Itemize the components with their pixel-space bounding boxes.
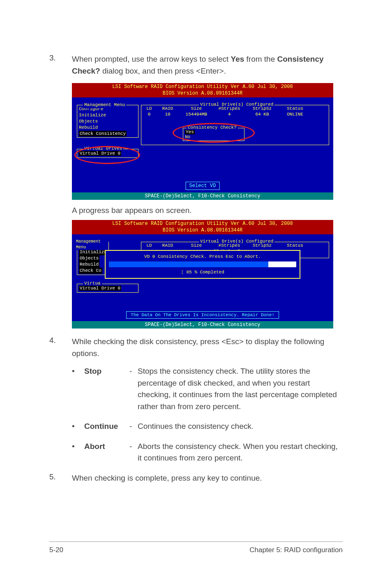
step-text: While checking the disk consistency, pre… (72, 336, 343, 359)
vd-title: Virtua (83, 281, 102, 286)
vd-item-0[interactable]: Virtual Drive 0 (79, 286, 121, 291)
virtual-drives-box: Virtua Virtual Drive 0 (77, 284, 138, 293)
menu-title: Management Menu (75, 239, 108, 250)
option-continue: • Continue - Continues the consistency c… (72, 421, 343, 433)
bios-header: LSI Software RAID Configuration Utility … (72, 220, 333, 234)
step-5: 5. When checking is complete, press any … (49, 472, 343, 484)
select-vd-label: Select VD (186, 182, 220, 190)
page-number: 5-20 (49, 546, 63, 554)
menu-rebuild[interactable]: Rebuild (79, 125, 136, 131)
consistency-check-dialog: Consistency Check? Yes No (183, 128, 244, 141)
bios-footer: SPACE-(De)Select, F10-Check Consistency (72, 192, 333, 200)
dialog-yes[interactable]: Yes (185, 130, 195, 134)
management-menu: Management Menu Configure Initialize Obj… (77, 242, 109, 275)
menu-objects[interactable]: Objects (79, 118, 136, 125)
vd-item-0[interactable]: Virtual Drive 0 (79, 151, 121, 156)
dialog-title: Consistency Check? (187, 125, 238, 130)
progress-overlay: VD 0 Consistency Check. Press Esc to Abo… (105, 250, 300, 279)
bios-screenshot-2: LSI Software RAID Configuration Utility … (72, 220, 333, 329)
step-number: 3. (49, 53, 72, 77)
progress-bar-fill (109, 261, 268, 267)
step-3: 3. When prompted, use the arrow keys to … (49, 53, 343, 77)
bios-footer: SPACE-(De)Select, F10-Check Consistency (72, 321, 333, 329)
bios-screenshot-1: LSI Software RAID Configuration Utility … (72, 83, 333, 200)
step-text: When prompted, use the arrow keys to sel… (72, 53, 343, 77)
menu-initialize[interactable]: Initialize (79, 112, 136, 118)
table-title: Virtual Drive(s) Configured (199, 239, 274, 244)
table-title: Virtual Drive(s) Configured (199, 102, 274, 107)
step-number: 5. (49, 472, 72, 484)
progress-bar (109, 261, 296, 267)
step-text: When checking is complete, press any key… (72, 472, 343, 484)
repair-done-label: The Data On The Drives Is Inconsistency.… (126, 311, 279, 319)
progress-percent: ¦ 85 % Completed (109, 270, 296, 275)
progress-caption: A progress bar appears on screen. (72, 206, 343, 215)
vd-title: Virtual Drives (83, 146, 123, 151)
menu-title: Management Menu (83, 102, 126, 108)
management-menu: Management Menu Configure Initialize Obj… (77, 105, 138, 138)
virtual-drives-box: Virtual Drives Virtual Drive 0 (77, 149, 138, 158)
dialog-no[interactable]: No (185, 134, 242, 139)
step-number: 4. (49, 336, 72, 359)
page-footer: 5-20 Chapter 5: RAID configuration (49, 541, 343, 554)
step-4: 4. While checking the disk consistency, … (49, 336, 343, 359)
table-row: 0 10 154494MB 4 64 KB ONLINE (141, 112, 329, 117)
option-stop: • Stop - Stops the consistency check. Th… (72, 366, 343, 412)
menu-check-consistency[interactable]: Check Consistency (79, 131, 127, 137)
chapter-title: Chapter 5: RAID configuration (249, 546, 343, 554)
options-list: • Stop - Stops the consistency check. Th… (72, 366, 343, 464)
option-abort: • Abort - Aborts the consistency check. … (72, 441, 343, 464)
progress-message: VD 0 Consistency Check. Press Esc to Abo… (109, 254, 296, 259)
bios-header: LSI Software RAID Configuration Utility … (72, 83, 333, 97)
